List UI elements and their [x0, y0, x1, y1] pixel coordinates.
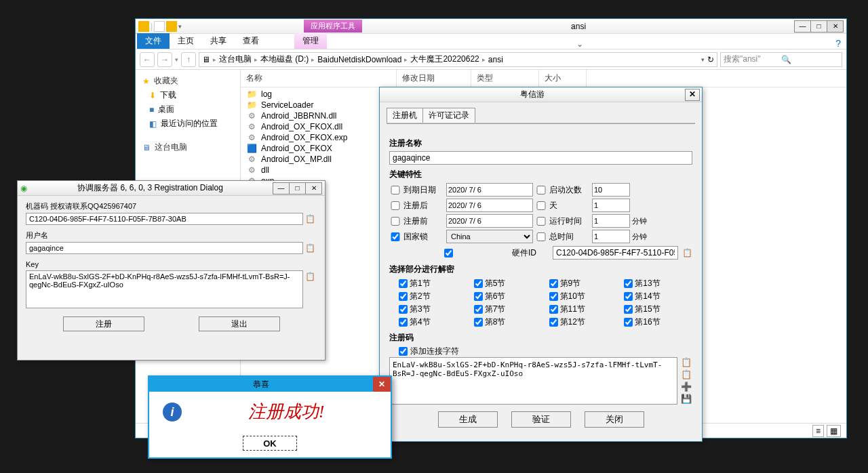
section-checkbox[interactable]: 第13节: [624, 278, 692, 289]
startcount-checkbox[interactable]: [535, 186, 547, 194]
section-checkbox[interactable]: 第14节: [624, 291, 692, 302]
ribbon-expand-icon[interactable]: ⌄: [576, 39, 583, 49]
sidebar-downloads[interactable]: ⬇下载: [137, 88, 239, 102]
close-button[interactable]: ✕: [685, 89, 700, 101]
exit-button[interactable]: 退出: [199, 316, 280, 331]
view-details-icon[interactable]: ≡: [812, 425, 824, 437]
breadcrumb-item[interactable]: 本地磁盘 (D:): [260, 54, 309, 65]
section-checkbox[interactable]: 第15节: [624, 304, 692, 315]
section-checkbox[interactable]: 第5节: [474, 278, 542, 289]
sidebar-this-pc[interactable]: 🖥这台电脑: [137, 140, 239, 155]
breadcrumb-item[interactable]: ansi: [488, 55, 503, 64]
col-date[interactable]: 修改日期: [397, 70, 471, 87]
view-icons-icon[interactable]: ▦: [827, 425, 841, 437]
context-tab[interactable]: 应用程序工具: [304, 20, 362, 33]
country-select[interactable]: China: [446, 230, 533, 243]
explorer-titlebar[interactable]: | ▾ 应用程序工具 ansi — □ ✕: [136, 19, 846, 34]
hwid-checkbox[interactable]: [389, 249, 508, 258]
totaltime-checkbox[interactable]: [535, 232, 547, 241]
ok-button[interactable]: OK: [243, 436, 297, 451]
close-button[interactable]: ✕: [305, 182, 322, 194]
totaltime-input[interactable]: [592, 230, 630, 243]
tab-home[interactable]: 主页: [170, 33, 202, 49]
minimize-button[interactable]: —: [273, 182, 290, 194]
section-checkbox[interactable]: 第4节: [399, 316, 467, 328]
col-name[interactable]: 名称: [241, 70, 397, 87]
user-input[interactable]: [26, 242, 303, 254]
open-icon[interactable]: [166, 21, 177, 32]
verify-button[interactable]: 验证: [511, 411, 571, 428]
machine-code-input[interactable]: [26, 213, 303, 225]
section-checkbox[interactable]: 第7节: [474, 304, 542, 315]
address-dropdown-icon[interactable]: ▾: [701, 56, 705, 63]
days-input[interactable]: [592, 199, 630, 212]
section-checkbox[interactable]: 第8节: [474, 316, 542, 328]
name-input[interactable]: [389, 151, 692, 165]
breadcrumb-item[interactable]: 这台电脑: [219, 54, 252, 65]
maximize-button[interactable]: □: [810, 20, 827, 33]
okdlg-titlebar[interactable]: 恭喜 ✕: [149, 377, 391, 392]
runtime-checkbox[interactable]: [535, 217, 547, 226]
help-icon[interactable]: ?: [835, 38, 841, 49]
sidebar-recent[interactable]: ◧最近访问的位置: [137, 117, 239, 131]
qat-dropdown-icon[interactable]: ▾: [178, 23, 182, 30]
back-button[interactable]: ←: [140, 52, 155, 67]
paste-icon[interactable]: 📋: [303, 270, 317, 308]
register-button[interactable]: 注册: [63, 316, 144, 331]
generate-button[interactable]: 生成: [438, 411, 498, 428]
section-checkbox[interactable]: 第16节: [624, 316, 692, 328]
close-button[interactable]: 关闭: [585, 411, 644, 428]
licdlg-titlebar[interactable]: 粤信游 ✕: [380, 87, 702, 102]
sidebar-favorites[interactable]: ★收藏夹: [137, 74, 239, 88]
new-document-icon[interactable]: [154, 21, 165, 32]
breadcrumb-item[interactable]: BaiduNetdiskDownload: [317, 55, 401, 64]
append-checkbox[interactable]: [399, 347, 408, 356]
history-dropdown-icon[interactable]: ▾: [175, 56, 178, 63]
close-button[interactable]: ✕: [827, 20, 844, 33]
sidebar-desktop[interactable]: ■桌面: [137, 102, 239, 117]
days-checkbox[interactable]: [535, 201, 547, 210]
before-checkbox[interactable]: [389, 217, 401, 226]
copy-icon[interactable]: 📋: [680, 357, 692, 368]
search-box[interactable]: 搜索"ansi" 🔍: [720, 52, 842, 67]
expire-checkbox[interactable]: [389, 186, 401, 194]
runtime-input[interactable]: [592, 214, 630, 228]
section-checkbox[interactable]: 第9节: [549, 278, 618, 289]
expire-date[interactable]: [446, 183, 533, 197]
section-checkbox[interactable]: 第10节: [549, 291, 618, 302]
section-checkbox[interactable]: 第3节: [399, 304, 467, 315]
section-checkbox[interactable]: 第12节: [549, 316, 618, 328]
after-checkbox[interactable]: [389, 201, 401, 210]
col-type[interactable]: 类型: [471, 70, 539, 87]
hwid-input[interactable]: [553, 246, 678, 260]
up-button[interactable]: ↑: [181, 52, 196, 67]
breadcrumb-item[interactable]: 大牛魔王20220622: [410, 54, 479, 65]
regdlg-titlebar[interactable]: ◉ 协调服务器 6, 6, 0, 3 Registration Dialog —…: [18, 181, 325, 196]
hwid-paste-icon[interactable]: 📋: [682, 248, 692, 258]
search-icon[interactable]: 🔍: [781, 55, 839, 64]
refresh-icon[interactable]: ↻: [707, 55, 714, 64]
section-checkbox[interactable]: 第2节: [399, 291, 467, 302]
section-checkbox[interactable]: 第6节: [474, 291, 542, 302]
copy-icon[interactable]: 📋: [303, 213, 317, 225]
tab-license-log[interactable]: 许可证记录: [422, 108, 475, 123]
key-input[interactable]: EnLaV-wkB8u-SxlGS-2F+bD-KnPHq-r8AeS-wzs5…: [26, 270, 303, 308]
tab-file[interactable]: 文件: [137, 33, 170, 49]
maximize-button[interactable]: □: [289, 182, 306, 194]
paste-icon[interactable]: 📋: [303, 242, 317, 254]
country-checkbox[interactable]: [389, 232, 401, 241]
after-date[interactable]: [446, 199, 533, 212]
close-button[interactable]: ✕: [373, 377, 391, 392]
section-checkbox[interactable]: 第11节: [549, 304, 618, 315]
minimize-button[interactable]: —: [794, 20, 811, 33]
regcode-box[interactable]: EnLaV-wkB8u-SxlGS-2F+bD-KnPHq-r8AeS-wzs5…: [389, 357, 677, 405]
section-checkbox[interactable]: 第1节: [399, 278, 467, 289]
tab-register[interactable]: 注册机: [387, 108, 423, 123]
tab-manage[interactable]: 管理: [294, 33, 327, 49]
tab-view[interactable]: 查看: [235, 33, 267, 49]
paste-icon[interactable]: 📋: [680, 369, 692, 380]
forward-button[interactable]: →: [157, 52, 172, 67]
add-icon[interactable]: ➕: [680, 382, 692, 392]
address-bar[interactable]: 🖥▸ 这台电脑▸ 本地磁盘 (D:)▸ BaiduNetdiskDownload…: [199, 52, 717, 67]
col-size[interactable]: 大小: [539, 70, 587, 87]
